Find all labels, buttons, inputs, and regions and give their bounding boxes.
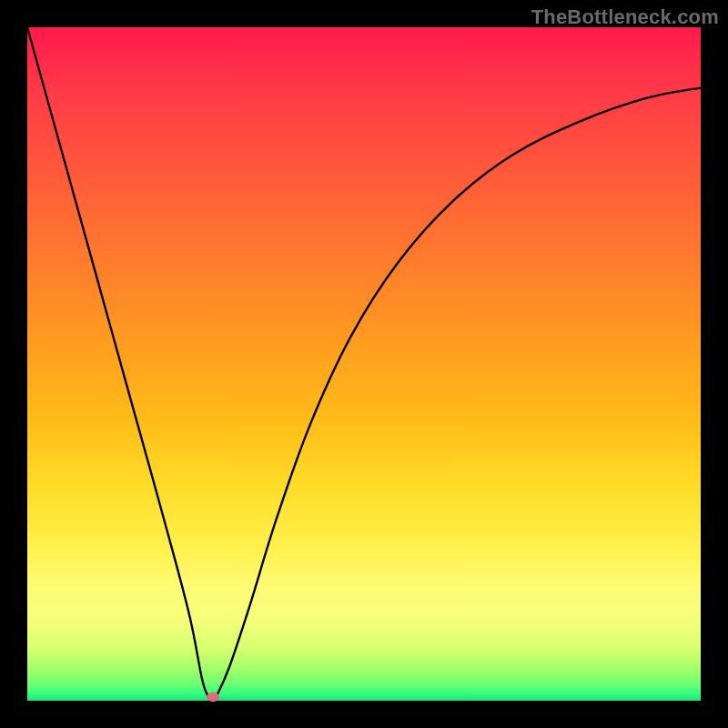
minimum-marker	[207, 693, 219, 702]
bottleneck-curve	[27, 27, 701, 701]
watermark-text: TheBottleneck.com	[531, 5, 719, 29]
plot-area	[27, 27, 701, 701]
chart-frame: TheBottleneck.com	[0, 0, 728, 728]
